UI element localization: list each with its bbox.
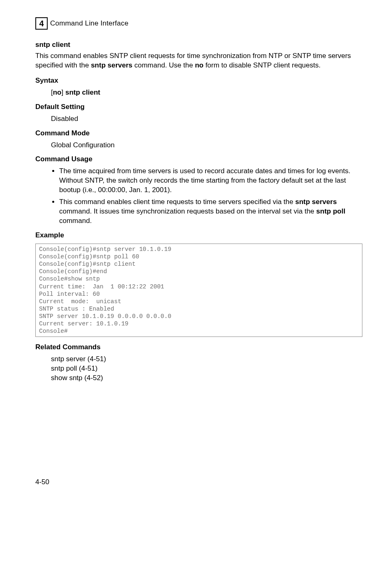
usage-bullet-2: This command enables client time request… (59, 197, 362, 226)
related-commands-list: sntp server (4-51) sntp poll (4-51) show… (35, 355, 362, 383)
usage2-text-2: command. It issues time synchronization … (59, 207, 316, 215)
usage-bullet-1: The time acquired from time servers is u… (59, 167, 362, 195)
syntax-close-bracket: ] (62, 88, 65, 96)
command-usage-title: Command Usage (35, 155, 362, 164)
intro-text-3: form to disable SNTP client requests. (203, 61, 321, 69)
intro-bold-1: sntp servers (91, 61, 132, 69)
chapter-number: 4 (39, 19, 44, 28)
related-item: sntp server (4-51) (51, 355, 362, 364)
chapter-number-box: 4 (35, 17, 48, 30)
command-mode-title: Command Mode (35, 129, 362, 138)
section-intro: This command enables SNTP client request… (35, 51, 362, 70)
intro-text-2: command. Use the (132, 61, 195, 69)
page-number: 4-50 (35, 478, 362, 487)
syntax-no: no (53, 88, 62, 96)
related-item: show sntp (4-52) (51, 374, 362, 383)
section-title: sntp client (35, 40, 362, 50)
related-item: sntp poll (4-51) (51, 364, 362, 374)
page-header: 4 Command Line Interface (35, 17, 362, 30)
chapter-title: Command Line Interface (50, 19, 129, 28)
related-commands-title: Related Commands (35, 343, 362, 352)
default-setting-value: Disabled (35, 114, 362, 124)
example-code-block: Console(config)#sntp server 10.1.0.19 Co… (35, 244, 362, 337)
usage2-bold-2: sntp poll (316, 207, 346, 215)
usage2-bold-1: sntp servers (295, 198, 337, 206)
intro-bold-2: no (195, 61, 203, 69)
default-setting-title: Default Setting (35, 102, 362, 112)
syntax-line: [no] sntp client (35, 88, 362, 97)
syntax-title: Syntax (35, 76, 362, 86)
example-title: Example (35, 231, 362, 240)
syntax-cmd: sntp client (65, 88, 100, 96)
command-usage-list: The time acquired from time servers is u… (35, 167, 362, 226)
usage2-text-1: This command enables client time request… (59, 198, 295, 206)
usage2-text-3: command. (59, 217, 92, 225)
command-mode-value: Global Configuration (35, 141, 362, 150)
